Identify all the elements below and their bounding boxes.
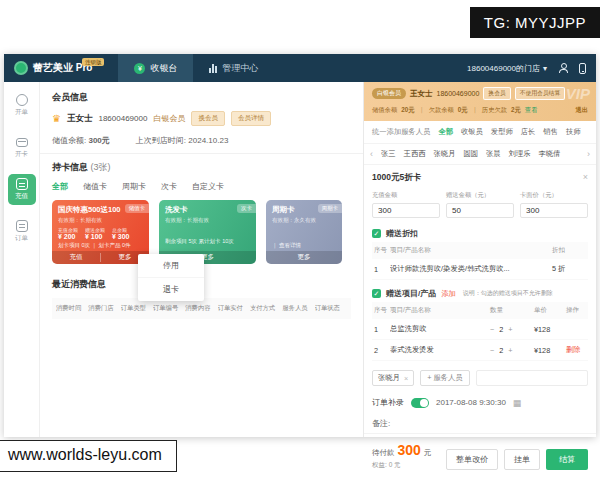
member-stats: 储值余额: 300元 上次到店时间: 2024.10.23 <box>52 135 351 146</box>
row-index: 2 <box>374 346 390 355</box>
user-icon[interactable] <box>558 63 568 73</box>
menu-item-disable[interactable]: 停用 <box>138 254 204 277</box>
card-meta: 剩余项目 5次 累计划卡 10次 <box>165 238 250 245</box>
minus-icon[interactable]: − <box>490 346 494 355</box>
staff-name[interactable]: 刘理乐 <box>509 149 531 159</box>
order-supplement-row: 订单补录 2017-08-08 9:30:30 ▦ <box>364 390 596 410</box>
dashboard-icon <box>209 64 217 73</box>
recent-table-header: 消费时间 消费门店 订单类型 订单编号 消费内容 订单实付 支付方式 服务人员 … <box>52 298 351 319</box>
close-icon[interactable]: × <box>583 172 588 184</box>
col-header: 操作 <box>566 306 586 315</box>
delete-row-button[interactable]: 删除 <box>566 345 586 355</box>
card-tab-custom[interactable]: 自定义卡 <box>192 181 224 192</box>
staff-search-input[interactable] <box>476 370 588 386</box>
change-price-button[interactable]: 整单改价 <box>446 449 498 470</box>
staff-tab-cashier[interactable]: 收银员 <box>461 127 483 137</box>
switch-member-button[interactable]: 换会员 <box>483 87 510 100</box>
add-gift-link[interactable]: 添加 <box>441 289 456 299</box>
card-tab-period[interactable]: 周期卡 <box>122 181 146 192</box>
member-panel: 会员信息 ♛ 王女士 18600469000 白银会员 换会员 会员详情 储值余… <box>40 82 364 437</box>
exit-member-button[interactable]: 退出 <box>575 106 588 115</box>
plus-icon[interactable]: + <box>508 325 512 334</box>
card-more-button[interactable]: 更多 <box>266 253 342 262</box>
remove-staff-icon[interactable]: × <box>404 374 408 383</box>
supplement-toggle[interactable] <box>411 398 429 408</box>
sidebar-item-bill[interactable]: 开单 <box>8 90 36 121</box>
staff-name[interactable]: 张三 <box>381 149 396 159</box>
recharge-card-button[interactable]: 充值 <box>52 253 100 262</box>
no-member-checkout-button[interactable]: 不使用会员结算 <box>515 87 566 100</box>
change-member-button[interactable]: 换会员 <box>191 111 225 126</box>
table-row: 1 总监洗剪吹 − 2 + ¥128 <box>372 319 588 340</box>
site-watermark: www.worlds-leyu.com <box>0 440 177 472</box>
staff-name[interactable]: 张晓月 <box>433 149 455 159</box>
member-summary: ♛ 王女士 18600469000 白银会员 换会员 会员详情 <box>52 111 351 126</box>
gift-discount-row: ✓ 赠送折扣 <box>364 220 596 242</box>
col-header: 订单编号 <box>153 304 185 313</box>
checkbox-checked-icon[interactable]: ✓ <box>372 229 381 238</box>
calendar-icon[interactable]: ▦ <box>513 398 522 408</box>
stored-value-card[interactable]: 储值卡 国庆特惠500送100 有效期：长期有效 充值余额¥ 200 赠送余额¥… <box>52 200 149 264</box>
card-price-input[interactable]: 300 <box>520 203 588 218</box>
cards-section-title: 持卡信息 (3张) <box>52 161 351 174</box>
balance-label: 储值余额: <box>52 136 86 145</box>
member-level: 白银会员 <box>153 113 185 124</box>
staff-tab-all[interactable]: 全部 <box>438 127 453 137</box>
card-meta: ｜ 查看详情 <box>272 242 336 249</box>
staff-tab-stylist[interactable]: 发型师 <box>491 127 513 137</box>
staff-name[interactable]: 张晨 <box>486 149 501 159</box>
sidebar-item-label: 充值 <box>15 192 28 201</box>
card-type-badge: 储值卡 <box>125 204 150 213</box>
plus-icon[interactable]: + <box>508 346 512 355</box>
member-detail-button[interactable]: 会员详情 <box>231 111 271 126</box>
staff-name[interactable]: 王西西 <box>404 149 426 159</box>
card-actions: 充值 更多 <box>52 251 149 264</box>
card-tab-stored[interactable]: 储值卡 <box>83 181 107 192</box>
store-selector[interactable]: 18600469000的门店 ▾ <box>467 63 547 74</box>
staff-name[interactable]: 圆圆 <box>463 149 478 159</box>
cards-count: (3张) <box>91 162 111 172</box>
tab-management[interactable]: 管理中心 <box>193 54 274 82</box>
staff-name[interactable]: 李晓倩 <box>538 149 560 159</box>
carousel-right-icon[interactable]: › <box>587 149 590 159</box>
sidebar-item-label: 开单 <box>15 108 28 117</box>
settle-button[interactable]: 结算 <box>546 449 588 470</box>
col-header: 订单状态 <box>315 304 347 313</box>
staff-tab-technician[interactable]: 技师 <box>566 127 581 137</box>
card-tab-all[interactable]: 全部 <box>52 181 68 192</box>
gift-amount-input[interactable]: 50 <box>446 203 514 218</box>
menu-item-refund[interactable]: 退卡 <box>138 277 204 301</box>
minus-icon[interactable]: − <box>490 325 494 334</box>
view-link[interactable]: 查看 <box>525 106 538 115</box>
logo-icon <box>14 61 28 75</box>
stat-label: 储值余额 <box>372 106 397 115</box>
row-index: 1 <box>374 325 390 334</box>
card-tab-times[interactable]: 次卡 <box>161 181 177 192</box>
sidebar-item-recharge[interactable]: 充值 <box>8 174 36 205</box>
tab-cashier[interactable]: ¥ 收银台 <box>118 54 193 82</box>
staff-tab-manager[interactable]: 店长 <box>521 127 536 137</box>
col-header: 订单实付 <box>218 304 250 313</box>
stat-value: ¥ 300 <box>112 233 130 240</box>
staff-filter-label: 统一添加服务人员 <box>372 127 430 137</box>
card-validity: 有效期：长期有效 <box>58 217 143 224</box>
checkbox-checked-icon[interactable]: ✓ <box>372 289 381 298</box>
gift-item-name: 泰式洗发烫发 <box>390 345 490 355</box>
remark-label: 备注: <box>364 410 596 433</box>
period-card[interactable]: 周期卡 周期卡 有效期：永久有效 ｜ 查看详情 更多 <box>266 200 342 264</box>
edition-badge: 连锁版 <box>82 58 105 66</box>
supplement-datetime[interactable]: 2017-08-08 9:30:30 <box>436 398 506 407</box>
phone-icon[interactable] <box>579 63 586 74</box>
quantity-value: 2 <box>499 346 503 355</box>
card-stats: 充值余额¥ 200 赠送余额¥ 100 总余额¥ 300 <box>58 227 143 240</box>
staff-tab-sales[interactable]: 销售 <box>543 127 558 137</box>
gift-item-price: ¥128 <box>534 325 566 334</box>
recharge-amount-input[interactable]: 300 <box>372 203 440 218</box>
gift-amount-label: 赠送金额（元） <box>446 191 514 200</box>
last-visit-label: 上次到店时间: <box>136 136 186 145</box>
sidebar-item-open-card[interactable]: 开卡 <box>8 132 36 163</box>
sidebar-item-orders[interactable]: 订单 <box>8 216 36 247</box>
add-staff-button[interactable]: + 服务人员 <box>420 370 469 386</box>
hold-order-button[interactable]: 挂单 <box>504 449 540 470</box>
carousel-left-icon[interactable]: ‹ <box>370 149 373 159</box>
